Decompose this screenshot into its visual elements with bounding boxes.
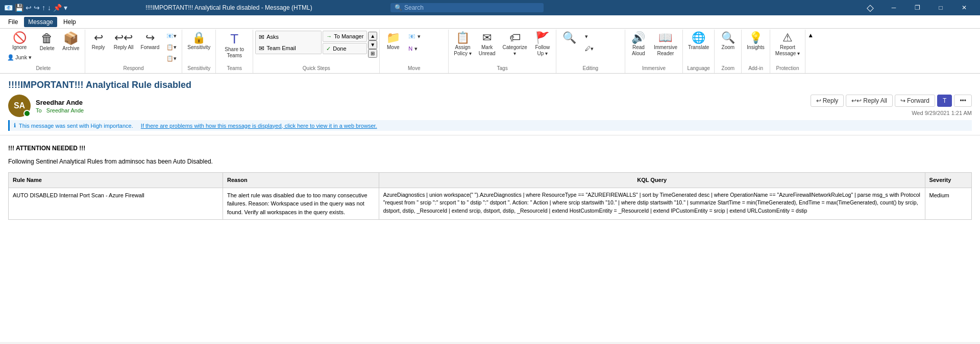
immersive-reader-button[interactable]: 📖 ImmersiveReader	[651, 31, 680, 58]
more-action-button[interactable]: •••	[954, 95, 972, 107]
menu-help[interactable]: Help	[59, 17, 80, 27]
language-group-label: Language	[685, 64, 712, 72]
menu-message[interactable]: Message	[24, 17, 57, 27]
move-button[interactable]: 📁 Move	[382, 31, 404, 52]
ribbon-collapse-button[interactable]: ▲	[806, 31, 815, 40]
read-aloud-button[interactable]: 🔊 ReadAloud	[627, 31, 650, 58]
qs-to-manager[interactable]: → To Manager	[323, 31, 367, 42]
undo-icon[interactable]: ↩	[26, 4, 32, 12]
email-from: SA Sreedhar Ande To Sreedhar Ande	[8, 95, 84, 117]
forward-button[interactable]: ↪ Forward	[138, 31, 163, 52]
mark-unread-button[interactable]: ✉ MarkUnread	[476, 31, 499, 58]
respond-more3[interactable]: 📋▾	[163, 53, 180, 63]
menu-file[interactable]: File	[4, 17, 22, 27]
avatar: SA	[8, 95, 31, 117]
search-box[interactable]: 🔍	[390, 3, 544, 12]
zoom-icon: 🔍	[721, 32, 735, 43]
junk-button[interactable]: 👤 Junk ▾	[4, 53, 35, 62]
move-onenote[interactable]: N ▾	[405, 43, 446, 54]
qs-asks[interactable]: ✉ Asks	[256, 31, 321, 42]
close-button[interactable]: ✕	[952, 0, 976, 15]
reply-action-icon: ↩	[816, 97, 821, 104]
tags-group-label: Tags	[451, 64, 554, 72]
categorize-button[interactable]: 🏷 Categorize▾	[500, 31, 530, 58]
move-rule-icon: 📧	[408, 33, 415, 40]
qs-expand[interactable]: ⊞	[368, 49, 377, 58]
share-teams-button[interactable]: T Share to Teams	[218, 31, 251, 60]
to-name[interactable]: Sreedhar Ande	[46, 107, 84, 113]
importance-bar: ℹ This message was sent with High import…	[8, 120, 972, 131]
menu-bar: File Message Help	[0, 15, 980, 29]
restore-button[interactable]: ❐	[905, 0, 929, 15]
save-icon[interactable]: 💾	[15, 4, 23, 12]
ribbon-group-move-content: 📁 Move 📧 ▾ N ▾	[382, 31, 446, 64]
find-more2-icon: 🖊▾	[585, 45, 594, 52]
find-more2[interactable]: 🖊▾	[582, 43, 623, 54]
sensitivity-button[interactable]: 🔒 Sensitivity	[184, 31, 213, 52]
translate-icon: 🌐	[692, 32, 705, 43]
find-button[interactable]: 🔍	[558, 31, 581, 46]
forward-icon: ↪	[145, 32, 155, 43]
search-input[interactable]	[404, 4, 540, 11]
qs-team-email[interactable]: ✉ Team Email	[256, 42, 321, 54]
forward-action-button[interactable]: ↪ Forward	[895, 95, 935, 107]
down-icon[interactable]: ↓	[47, 4, 51, 12]
from-to: To Sreedhar Ande	[36, 107, 84, 113]
ribbon-group-addin: 💡 Insights Add-in	[742, 30, 770, 73]
follow-up-button[interactable]: 🚩 FollowUp ▾	[531, 31, 554, 58]
insights-button[interactable]: 💡 Insights	[744, 31, 767, 52]
ribbon: 🚫 Ignore 👤 Junk ▾ 🗑 Delete 📦 Archive	[0, 29, 980, 74]
email-timestamp: Wed 9/29/2021 1:21 AM	[912, 110, 972, 116]
app-icon: 📧	[4, 4, 13, 12]
pin-icon[interactable]: 📌	[53, 4, 62, 12]
qs-done[interactable]: ✓ Done	[323, 43, 367, 54]
zoom-group-label: Zoom	[717, 64, 739, 72]
ribbon-group-immersive-content: 🔊 ReadAloud 📖 ImmersiveReader	[627, 31, 680, 64]
respond-more1[interactable]: 📧▾	[163, 31, 180, 41]
reply-button[interactable]: ↩ Reply	[87, 31, 110, 52]
quicksteps-group-label: Quick Steps	[255, 64, 377, 72]
redo-icon[interactable]: ↪	[34, 4, 40, 12]
archive-button[interactable]: 📦 Archive	[59, 31, 82, 53]
addin-group-label: Add-in	[744, 64, 767, 72]
respond-more2[interactable]: 📋▾	[163, 42, 180, 52]
delete-button[interactable]: 🗑 Delete	[36, 31, 58, 53]
qs-scroll-down[interactable]: ▼	[368, 40, 377, 49]
cell-kql: AzureDiagnostics | union workspace(" ").…	[379, 188, 925, 220]
archive-icon: 📦	[63, 32, 79, 44]
ribbon-group-zoom-content: 🔍 Zoom	[717, 31, 739, 64]
quick-steps-panel: ✉ Asks ✉ Team Email	[255, 31, 322, 54]
body-line1: !!! ATTENTION NEEDED !!!	[8, 144, 972, 153]
minimize-button[interactable]: ─	[882, 0, 905, 15]
qs-done-icon: ✓	[326, 45, 331, 52]
ribbon-group-tags-content: 📋 AssignPolicy ▾ ✉ MarkUnread 🏷 Categori…	[451, 31, 554, 64]
maximize-button[interactable]: □	[929, 0, 952, 15]
teams-action-icon: T	[943, 97, 946, 104]
cell-severity: Medium	[925, 188, 971, 220]
qs-scroll-up[interactable]: ▲	[368, 32, 377, 40]
ignore-button[interactable]: 🚫 Ignore	[8, 31, 31, 52]
report-message-button[interactable]: ⚠ ReportMessage ▾	[772, 31, 803, 58]
importance-link[interactable]: If there are problems with how this mess…	[141, 123, 377, 129]
teams-action-button[interactable]: T	[937, 95, 952, 107]
ribbon-group-editing: 🔍 ▾ 🖊▾ Editing	[556, 30, 625, 73]
ribbon-group-addin-content: 💡 Insights	[744, 31, 767, 64]
avatar-initials: SA	[14, 101, 25, 110]
ribbon-group-delete: 🚫 Ignore 👤 Junk ▾ 🗑 Delete 📦 Archive	[2, 30, 85, 73]
expand-icon[interactable]: ▾	[64, 4, 67, 12]
email-header: !!!!IMPORTANT!!! Analytical Rule disable…	[0, 74, 980, 135]
zoom-button[interactable]: 🔍 Zoom	[717, 31, 739, 52]
up-icon[interactable]: ↑	[42, 4, 45, 12]
protection-group-label: Protection	[772, 64, 803, 72]
ribbon-group-quicksteps-content: ✉ Asks ✉ Team Email → To Manager ✓ Done	[255, 31, 377, 64]
window-controls: ─ ❐ □ ✕	[882, 0, 976, 15]
move-rule[interactable]: 📧 ▾	[405, 31, 446, 42]
find-more1[interactable]: ▾	[582, 31, 623, 42]
reply-all-action-button[interactable]: ↩↩ Reply All	[846, 95, 893, 107]
email-body: !!! ATTENTION NEEDED !!! Following Senti…	[0, 135, 980, 228]
move-group-label: Move	[382, 64, 446, 72]
reply-action-button[interactable]: ↩ Reply	[811, 95, 844, 107]
reply-all-button[interactable]: ↩↩ Reply All	[111, 31, 137, 52]
translate-button[interactable]: 🌐 Translate	[685, 31, 712, 52]
assign-policy-button[interactable]: 📋 AssignPolicy ▾	[451, 31, 474, 58]
